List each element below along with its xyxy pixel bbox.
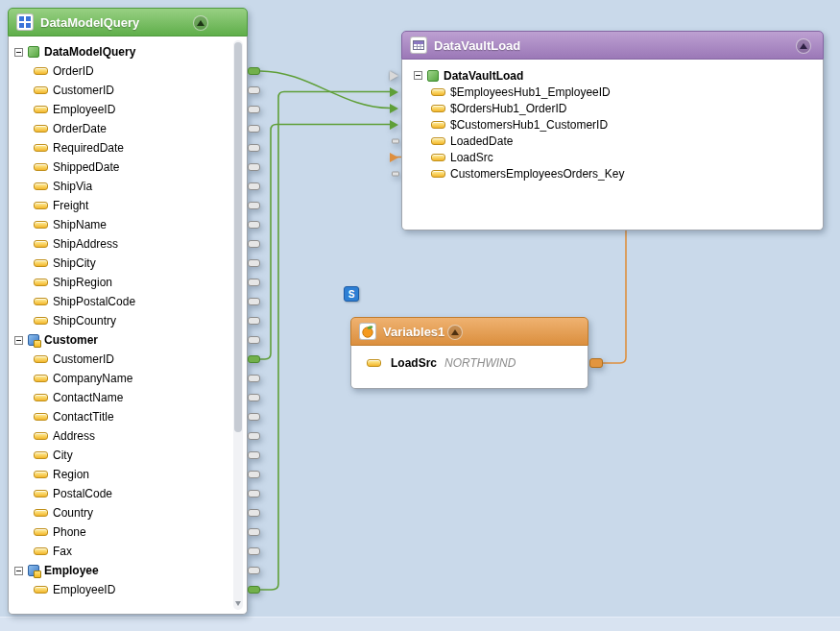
design-canvas[interactable]: DataModelQuery DataModelQuery OrderID [0, 0, 840, 631]
tree-row[interactable]: Fax [9, 542, 247, 561]
collapse-button[interactable] [193, 15, 208, 31]
tree-row[interactable]: PostalCode [9, 484, 247, 503]
tree-row[interactable]: City [9, 446, 247, 465]
output-port[interactable] [248, 375, 260, 382]
tree-row[interactable]: LoadedDate [402, 133, 823, 149]
tree-row[interactable]: Phone [9, 522, 247, 542]
tree-row[interactable]: $EmployeesHub1_EmployeeID [402, 84, 823, 100]
output-port[interactable] [248, 547, 260, 555]
output-port[interactable] [248, 86, 260, 94]
s-badge[interactable]: S [344, 286, 359, 302]
output-port[interactable] [248, 317, 260, 325]
tree-row[interactable]: ShipVia [9, 177, 247, 196]
input-port[interactable] [390, 153, 398, 162]
datamodelquery-body: DataModelQuery OrderID CustomerID [8, 36, 248, 615]
tree-row[interactable]: Region [9, 465, 247, 484]
output-port[interactable] [248, 528, 260, 536]
output-port[interactable] [248, 259, 260, 267]
tree-row[interactable]: EmployeeID [9, 100, 247, 119]
output-port[interactable] [248, 509, 260, 517]
tree-row[interactable]: ContactName [9, 388, 247, 407]
tree-row[interactable]: Freight [9, 196, 247, 215]
field-label: ContactTitle [53, 410, 114, 424]
datamodelquery-header[interactable]: DataModelQuery [8, 8, 248, 36]
input-port[interactable] [390, 104, 398, 113]
tree-row[interactable]: $OrdersHub1_OrderID [402, 100, 823, 116]
datavaultload-header[interactable]: DataVaultLoad [401, 31, 824, 60]
tree-expander-icon[interactable] [14, 336, 23, 345]
output-port[interactable] [248, 163, 260, 171]
tree-row[interactable]: $CustomersHub1_CustomerID [402, 116, 823, 133]
field-label: RequiredDate [53, 141, 124, 155]
tree-row[interactable]: Address [9, 426, 247, 446]
tree-row[interactable]: OrderDate [9, 119, 247, 138]
field-label: PostalCode [53, 487, 112, 500]
input-port[interactable] [392, 171, 399, 176]
tree-row[interactable]: ShipName [9, 215, 247, 234]
tree-row[interactable]: RequiredDate [9, 138, 247, 158]
output-port[interactable] [248, 279, 260, 286]
scrollbar[interactable] [233, 40, 243, 610]
tree-row[interactable]: ShipRegion [9, 273, 247, 292]
tree-row[interactable]: DataVaultLoad [402, 67, 823, 84]
variable-row[interactable]: LoadSrc NORTHWIND [351, 352, 588, 375]
tree-row[interactable]: EmployeeID [9, 580, 247, 599]
tree-row[interactable]: ShipAddress [9, 234, 247, 254]
output-port[interactable] [248, 586, 260, 594]
output-port[interactable] [248, 336, 260, 344]
tree-expander-icon[interactable] [414, 71, 422, 80]
tree-row[interactable]: Country [9, 503, 247, 522]
tree-row[interactable]: Customer [9, 330, 247, 350]
field-label: DataModelQuery [44, 45, 135, 59]
output-port[interactable] [248, 451, 260, 459]
tree-row[interactable]: ShipCity [9, 254, 247, 273]
output-port[interactable] [248, 106, 260, 113]
output-port[interactable] [248, 144, 260, 152]
tree-row[interactable]: OrderID [9, 61, 247, 81]
output-port[interactable] [248, 413, 260, 421]
input-port[interactable] [390, 71, 398, 81]
variables-object[interactable]: Variables1 LoadSrc NORTHWIND [350, 317, 588, 389]
tree-row[interactable]: ShippedDate [9, 158, 247, 177]
tree-row[interactable]: Employee [9, 561, 247, 580]
output-port[interactable] [589, 358, 603, 368]
datamodelquery-object[interactable]: DataModelQuery DataModelQuery OrderID [8, 8, 248, 615]
output-port[interactable] [248, 432, 260, 440]
collapse-button[interactable] [447, 325, 463, 340]
datavaultload-object[interactable]: DataVaultLoad DataVaultLoad $Em [401, 31, 824, 231]
field-type-icon [34, 67, 48, 75]
output-port[interactable] [248, 355, 260, 363]
output-port[interactable] [248, 67, 260, 75]
tree-row[interactable]: CustomerID [9, 350, 247, 369]
tree-expander-icon[interactable] [14, 48, 23, 57]
variables-header[interactable]: Variables1 [350, 317, 588, 346]
output-port[interactable] [248, 567, 260, 574]
input-port[interactable] [392, 138, 399, 143]
tree-row[interactable]: DataModelQuery [9, 42, 247, 61]
output-port[interactable] [248, 182, 260, 190]
output-port[interactable] [248, 298, 260, 305]
output-port[interactable] [248, 490, 260, 498]
output-port[interactable] [248, 394, 260, 401]
field-label: ShipCountry [53, 314, 116, 328]
tree-row[interactable]: CompanyName [9, 369, 247, 388]
tree-row[interactable]: ContactTitle [9, 407, 247, 426]
tree-row[interactable]: ShipPostalCode [9, 292, 247, 311]
tree-row[interactable]: CustomersEmployeesOrders_Key [402, 165, 823, 182]
tree-expander-icon[interactable] [14, 567, 23, 575]
output-port[interactable] [248, 471, 260, 478]
connector-orderid-to-ordershub[interactable] [260, 71, 390, 109]
tree-row[interactable]: CustomerID [9, 81, 247, 100]
tree-row[interactable]: LoadSrc [402, 149, 823, 165]
output-port[interactable] [248, 125, 260, 133]
output-port[interactable] [248, 202, 260, 209]
input-port[interactable] [390, 120, 398, 130]
output-port[interactable] [248, 240, 260, 248]
tree-row[interactable]: ShipCountry [9, 311, 247, 330]
collapse-button[interactable] [796, 38, 811, 54]
scroll-down-button[interactable] [233, 597, 243, 609]
input-port[interactable] [390, 87, 398, 97]
scrollbar-thumb[interactable] [234, 42, 242, 432]
table-icon [410, 36, 427, 54]
output-port[interactable] [248, 221, 260, 229]
